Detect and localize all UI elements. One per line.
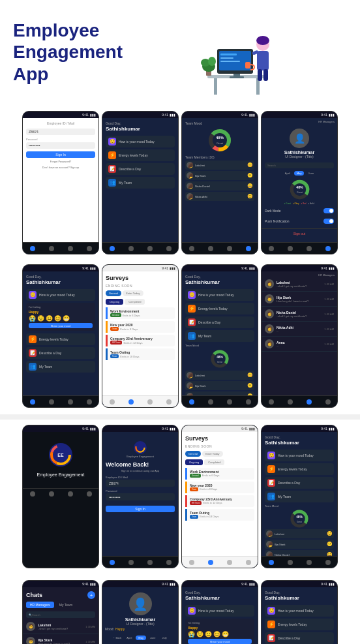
hr-chat-4[interactable]: 👩 Nikita Adhi ... 1:30 AM [262, 322, 337, 337]
profile-search[interactable]: Search [265, 162, 334, 168]
nav-chat-3[interactable] [227, 246, 232, 251]
share-mood-btn[interactable]: Share your mood [29, 323, 93, 328]
ongoing-btn[interactable]: Ongoing [106, 299, 123, 305]
signout-button[interactable]: Sign out [262, 228, 337, 238]
nav-profile[interactable] [87, 246, 92, 251]
tab-april[interactable]: April [124, 636, 134, 640]
nav-home-2[interactable] [110, 246, 115, 251]
phones-row-1: 9:41 ▮▮▮ Employee ID / Mail ZB674 Passwo… [0, 111, 360, 261]
welcome-signin-btn[interactable]: Sign In [106, 506, 175, 512]
dash3-mood[interactable]: 😊 How is your mood Today [265, 450, 334, 461]
survey-item-1[interactable]: Work Environment General Ends in 6 Days [106, 307, 175, 319]
status-bar-3: 9:41▮▮▮ [182, 112, 258, 118]
nav-profile-2[interactable] [166, 246, 172, 251]
notification-switch[interactable] [323, 219, 334, 224]
survey-item-2-4[interactable]: Team Outing Team Ends in 18 Days [185, 509, 254, 521]
survey-screen: Surveys ENDING SOON General Enter Today … [102, 271, 178, 395]
chat-item-1[interactable]: 👩 Lakshmi ..shall I get my certificate? … [23, 619, 98, 634]
ongoing-btn-2[interactable]: Ongoing [185, 459, 203, 465]
nav-4-profile[interactable] [325, 246, 331, 251]
tab-april[interactable]: April [282, 171, 293, 176]
avatar-2: 👨 [187, 172, 193, 179]
hr-chat-2[interactable]: 👨 Ilija Stark How long do I have to wait… [262, 292, 337, 307]
nav-home[interactable] [30, 246, 35, 251]
dash3-energy[interactable]: ⚡ Energy levels Today [265, 463, 334, 475]
survey-item-3[interactable]: Company 23rd Anniversary HR Team Ends in… [106, 335, 175, 346]
dash3-team[interactable]: 👥 My Team [265, 491, 334, 502]
nav-profile-3[interactable] [246, 246, 251, 251]
chat-item-2[interactable]: 👨 Ilija Stark How long do I have to wait… [23, 634, 98, 644]
tab-june[interactable]: June [147, 636, 158, 640]
survey-item-2-3[interactable]: Company 23rd Anniversary HR Team Ends in… [185, 495, 254, 507]
status-bar-15: 9:41▮▮▮ [182, 581, 258, 587]
nav-4-chat[interactable] [307, 246, 312, 251]
pm-share-btn[interactable]: Share your mood [188, 639, 252, 644]
login-id-field[interactable]: ZB674 [26, 129, 95, 135]
tab-june[interactable]: June [305, 171, 316, 176]
dash2-energy[interactable]: ⚡ Energy levels Today [185, 303, 254, 314]
profile-role: UI Designer - (Title) [264, 155, 335, 159]
hr-chat-5[interactable]: 👩 Anna ... 1:30 AM [262, 337, 337, 352]
tab-may[interactable]: May [136, 636, 146, 640]
dash2-describe[interactable]: 📝 Describe a Day [185, 316, 254, 328]
notification-label: Push Notification [265, 219, 290, 223]
tab-july[interactable]: July [160, 636, 170, 640]
nav-4-home[interactable] [269, 246, 274, 251]
nav-chat[interactable] [68, 246, 73, 251]
d4-mood[interactable]: 😊 How is your mood Today [265, 605, 334, 617]
tab-enter-2[interactable]: Enter Today [202, 451, 222, 457]
chat-tab-hr[interactable]: HR Managers [26, 602, 54, 608]
survey-item-2[interactable]: New year 2020 Team Ends in 8 Days [106, 321, 175, 333]
signup-link[interactable]: Don't have an account? Sign up [26, 166, 95, 169]
dash2-mood[interactable]: 😊 How is your mood Today [185, 289, 254, 301]
nav-4-survey[interactable] [288, 246, 293, 251]
dash3-describe[interactable]: 📝 Describe a Day [265, 477, 334, 489]
d4-energy[interactable]: ⚡ Energy levels Today [265, 619, 334, 630]
chat-search[interactable]: 🔍 Search [26, 611, 95, 618]
completed-btn[interactable]: Completed [125, 299, 145, 305]
menu-describe[interactable]: 📝 Describe a Day [106, 163, 175, 175]
svg-text:48%: 48% [296, 515, 303, 519]
nav-survey[interactable] [49, 246, 54, 251]
menu-mood[interactable]: 😊 How is your mood Today [106, 136, 175, 147]
welcome-id-input[interactable]: ZB674 [106, 480, 175, 487]
donut-chart: 48% Great [207, 127, 233, 153]
signin-button[interactable]: Sign In [26, 151, 95, 158]
team-menu-2[interactable]: 👥 My Team [26, 361, 95, 373]
survey-item-2-2[interactable]: New year 2020 Team Ends in 8 Days [185, 482, 254, 493]
nav-home-3[interactable] [189, 246, 194, 251]
tab-may[interactable]: May [294, 171, 305, 176]
energy-menu-2[interactable]: ⚡ Energy levels Today [26, 333, 95, 345]
completed-btn-2[interactable]: Completed [204, 459, 224, 465]
pm-mood[interactable]: 😊 How is your mood Today [185, 605, 254, 617]
menu-energy[interactable]: ⚡ Energy levels Today [106, 149, 175, 161]
chat-tab-team[interactable]: My Team [55, 602, 76, 608]
hr-chat-3[interactable]: 👩 Nisha Daniel ..shall I get my certific… [262, 307, 337, 322]
tab-back[interactable]: ← Back [111, 636, 123, 640]
nav-5-home[interactable] [30, 399, 35, 405]
dash3-screen: Good Day, Sathishkumar 😊 How is your moo… [262, 432, 337, 556]
hr-chat-1[interactable]: 👩 Lakshmi ..shall I get my certificate? … [262, 277, 337, 292]
add-chat-btn[interactable]: + [87, 591, 95, 599]
nav-survey-2[interactable] [128, 246, 134, 251]
status-bar-8: 9:41▮▮▮ [262, 265, 337, 271]
nav-survey-3[interactable] [208, 246, 213, 251]
tab-general-2[interactable]: General [185, 451, 201, 457]
dash2-team[interactable]: 👥 My Team [185, 330, 254, 342]
nav-chat-2[interactable] [147, 246, 153, 251]
survey-item-4[interactable]: Team Outing Team Ends in 18 Days [106, 348, 175, 360]
tab-enter[interactable]: Enter Today [123, 290, 143, 296]
tab-general[interactable]: General [106, 290, 121, 296]
mood-menu-item[interactable]: 😊 How is your mood Today [26, 289, 95, 301]
status-bar-11: 9:41▮▮▮ [182, 425, 258, 432]
password-field[interactable]: •••••••••• [26, 142, 95, 149]
menu-describe-label: Describe a Day [119, 167, 141, 171]
menu-team[interactable]: 👥 My Team [106, 177, 175, 189]
survey-item-2-1[interactable]: Work Environment General Ends in 6 Days [185, 468, 254, 480]
describe-menu-2[interactable]: 📝 Describe a Day [26, 347, 95, 359]
darkmode-switch[interactable] [323, 208, 334, 213]
dash3-m1: 👩 Lakshmi 😊 [265, 529, 334, 538]
welcome-pass-input[interactable]: •••••••••• [106, 493, 175, 500]
d4-describe[interactable]: 📝 Describe a Day [265, 632, 334, 644]
svg-rect-14 [263, 69, 268, 81]
